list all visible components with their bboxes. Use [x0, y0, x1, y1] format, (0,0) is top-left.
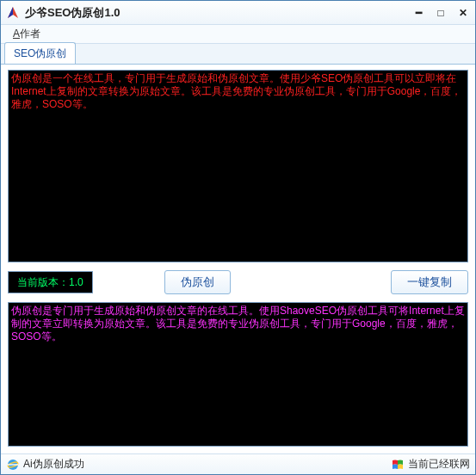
status-right-text: 当前已经联网	[408, 457, 470, 472]
tab-seo[interactable]: SEO伪原创	[4, 42, 76, 64]
minimize-button[interactable]: ━	[411, 7, 425, 19]
svg-rect-2	[8, 464, 18, 465]
window-controls: ━ □ ✕	[411, 7, 470, 19]
menubar: A作者	[1, 25, 475, 44]
status-right: 当前已经联网	[391, 457, 470, 472]
copy-button[interactable]: 一键复制	[391, 270, 468, 294]
windows-flag-icon	[391, 458, 405, 472]
copy-button-label: 一键复制	[407, 275, 452, 290]
control-row: 当前版本：1.0 伪原创 一键复制	[8, 268, 468, 297]
app-window: 少爷SEO伪原创1.0 ━ □ ✕ A作者 SEO伪原创 伪原创是一个在线工具，…	[0, 0, 476, 475]
pseudo-button-label: 伪原创	[181, 275, 214, 290]
version-badge: 当前版本：1.0	[8, 271, 93, 293]
app-logo-icon	[6, 6, 20, 20]
pseudo-button[interactable]: 伪原创	[164, 270, 231, 294]
tabbar: SEO伪原创	[1, 44, 475, 65]
window-title: 少爷SEO伪原创1.0	[25, 5, 411, 21]
menu-author-accel: A	[13, 28, 20, 40]
maximize-button[interactable]: □	[434, 7, 448, 19]
status-left-text: Ai伪原创成功	[23, 457, 84, 472]
content-area: 伪原创是一个在线工具，专门用于生成原始和伪原创文章。使用少爷SEO伪原创工具可以…	[1, 65, 475, 453]
close-button[interactable]: ✕	[456, 7, 470, 19]
ie-icon	[6, 458, 20, 472]
titlebar: 少爷SEO伪原创1.0 ━ □ ✕	[1, 1, 475, 25]
tab-seo-label: SEO伪原创	[14, 47, 66, 59]
output-textarea[interactable]: 伪原创是专门用于生成原始和伪原创文章的在线工具。使用ShaoveSEO伪原创工具…	[8, 302, 468, 447]
menu-author-label: 作者	[20, 28, 40, 40]
version-label: 当前版本：1.0	[17, 275, 83, 290]
menu-author[interactable]: A作者	[6, 25, 47, 43]
status-left: Ai伪原创成功	[6, 457, 84, 472]
statusbar: Ai伪原创成功 当前已经联网	[1, 453, 475, 474]
input-textarea[interactable]: 伪原创是一个在线工具，专门用于生成原始和伪原创文章。使用少爷SEO伪原创工具可以…	[8, 70, 468, 262]
